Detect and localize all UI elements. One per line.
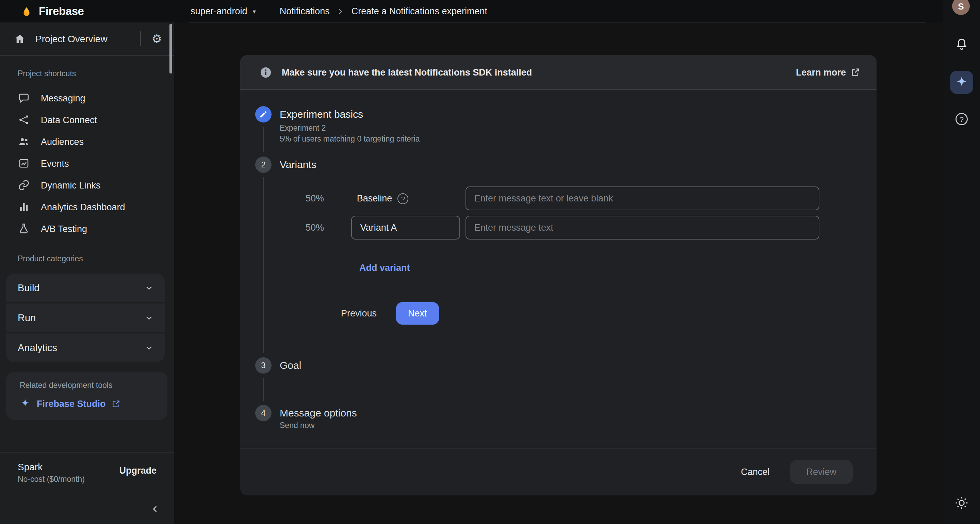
variant-a-row: 50% [305,216,819,239]
top-bar: Firebase super-android ▾ Notifications C… [0,0,943,22]
variant-a-name-input[interactable] [352,216,460,239]
step1-title: Experiment basics [280,108,819,120]
previous-button[interactable]: Previous [333,303,385,324]
sidebar-item-messaging[interactable]: Messaging [0,87,174,109]
project-settings-gear-icon[interactable]: ⚙ [152,33,162,45]
banner-text: Make sure you have the latest Notificati… [282,67,532,77]
related-tools-title: Related development tools [20,381,158,389]
next-button[interactable]: Next [396,302,439,325]
sidebar-item-project-overview[interactable]: Project Overview ⚙ [0,22,174,55]
baseline-message-input[interactable] [465,186,819,210]
stepper: Experiment basics Experiment 2 5% of use… [240,90,877,448]
bar-chart-icon [18,201,30,213]
add-variant-link[interactable]: Add variant [360,263,410,273]
chevron-down-icon [144,283,154,293]
variant-a-percent: 50% [305,223,357,233]
collapse-sidebar-button[interactable] [146,500,165,519]
shortcuts-section-label: Project shortcuts [18,69,174,78]
category-label: Build [18,282,40,293]
variant-a-message-input[interactable] [465,216,819,239]
item-label: Dynamic Links [41,180,101,190]
category-label: Analytics [18,342,57,353]
info-icon [259,66,272,79]
audiences-icon [18,135,30,148]
chevron-down-icon [144,313,154,323]
step-connector [263,127,264,153]
category-run[interactable]: Run [6,304,165,332]
step4-subtitle: Send now [280,420,819,431]
baseline-percent: 50% [305,193,357,204]
avatar-initial: S [958,1,964,11]
plan-name: Spark [18,461,85,472]
link-icon [18,179,30,191]
item-label: Audiences [41,137,84,147]
sidebar-item-audiences[interactable]: Audiences [0,131,174,153]
step4-title: Message options [280,407,819,419]
item-label: Analytics Dashboard [41,202,125,212]
baseline-help-icon[interactable]: ? [398,193,408,204]
categories-section-label: Product categories [18,255,174,263]
learn-more-link[interactable]: Learn more [796,67,860,77]
card-footer: Cancel Review [240,448,877,495]
chevron-down-icon [144,343,154,352]
step-message-options[interactable]: 4 Message options Send now [255,405,819,431]
sun-icon [954,495,969,510]
theme-toggle-button[interactable] [943,495,980,510]
pencil-icon [259,110,267,118]
step4-circle: 4 [255,405,272,421]
experiment-card: Make sure you have the latest Notificati… [240,55,877,495]
step-connector [263,378,264,401]
plan-detail: No-cost ($0/month) [18,475,85,483]
sidebar-item-events[interactable]: Events [0,153,174,174]
firebase-studio-label: Firebase Studio [37,398,106,409]
sidebar-item-analytics-dashboard[interactable]: Analytics Dashboard [0,196,174,218]
category-analytics[interactable]: Analytics [6,333,165,362]
home-icon [14,33,26,45]
help-button[interactable]: ? [943,111,980,127]
variants-block: 50% Baseline ? 50% [305,186,819,325]
upgrade-button[interactable]: Upgrade [119,465,156,476]
learn-more-label: Learn more [796,67,846,77]
divider [0,55,174,56]
related-tools-card: Related development tools Firebase Studi… [6,371,167,420]
firebase-brand[interactable]: Firebase [0,5,174,18]
item-label: Messaging [41,93,86,103]
product-categories-group: Build Run Analytics [6,274,165,362]
firebase-studio-link[interactable]: Firebase Studio [20,398,158,409]
step-experiment-basics[interactable]: Experiment basics Experiment 2 5% of use… [255,106,819,156]
step3-number: 3 [261,361,266,370]
baseline-label: Baseline [357,193,392,204]
review-button[interactable]: Review [790,460,853,484]
plan-block: Spark No-cost ($0/month) Upgrade [0,452,174,524]
category-build[interactable]: Build [6,274,165,302]
project-overview-label: Project Overview [35,33,108,44]
project-name: super-android [191,6,247,16]
bell-icon [954,37,969,52]
firebase-studio-icon [20,398,30,409]
external-link-icon [112,399,121,408]
step1-subtitle: Experiment 2 [280,123,819,134]
step1-subtitle2: 5% of users matching 0 targeting criteri… [280,134,819,144]
project-selector[interactable]: super-android ▾ [191,6,256,16]
account-avatar[interactable]: S [952,0,970,15]
gemini-assistant-button[interactable] [950,71,973,94]
brand-name: Firebase [39,5,84,18]
item-label: A/B Testing [41,223,87,234]
cancel-button[interactable]: Cancel [730,461,780,483]
step-variants: 2 Variants 50% Baseline ? [255,156,819,357]
svg-text:?: ? [959,115,963,123]
step1-edit-circle[interactable] [255,106,272,123]
breadcrumb-notifications[interactable]: Notifications [280,6,330,16]
breadcrumb-current: Create a Notifications experiment [352,6,487,16]
step2-circle: 2 [255,156,272,173]
sidebar-item-ab-testing[interactable]: A/B Testing [0,218,174,239]
firebase-console: Firebase super-android ▾ Notifications C… [0,0,980,524]
sidebar-item-dynamic-links[interactable]: Dynamic Links [0,174,174,196]
help-icon: ? [954,111,969,127]
notifications-bell-button[interactable] [943,37,980,52]
step-goal[interactable]: 3 Goal [255,357,819,405]
sidebar-scrollbar[interactable] [169,24,172,73]
step2-number: 2 [261,160,266,169]
sidebar-item-data-connect[interactable]: Data Connect [0,109,174,131]
firebase-flame-icon [21,5,33,18]
